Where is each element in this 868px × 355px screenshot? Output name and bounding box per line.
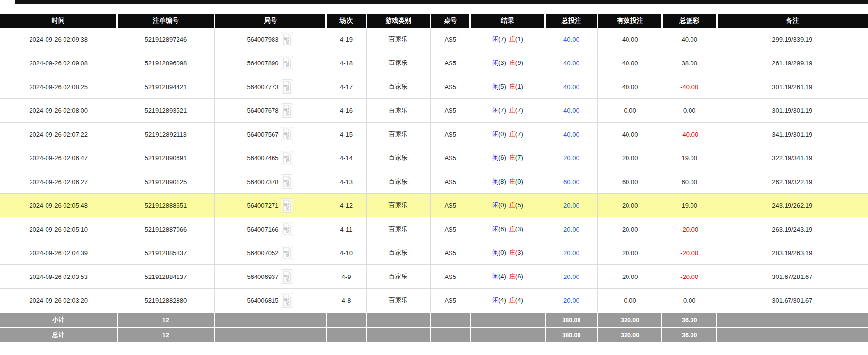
cell-remark: 299.19/339.19 — [717, 28, 868, 51]
table-row: 2024-09-26 02:04:39521912885837564007052… — [0, 241, 868, 265]
cell-time: 2024-09-26 02:06:47 — [0, 146, 117, 170]
cell-remark: 301.19/261.19 — [717, 75, 868, 99]
cell-game-type: 百家乐 — [366, 146, 430, 170]
cell-table-no: AS5 — [431, 194, 470, 217]
total-bet-link[interactable]: 20.00 — [563, 273, 579, 280]
cell-total-bet: 20.00 — [545, 289, 598, 313]
table-row: 2024-09-26 02:08:25521912894421564007773… — [0, 75, 868, 99]
player-result-label: 闲 — [492, 201, 498, 209]
table-row: 2024-09-26 02:03:53521912884137564006937… — [0, 265, 868, 289]
player-result-score: (6) — [498, 154, 506, 161]
cell-payout: -40.00 — [662, 123, 717, 146]
total-bet-link[interactable]: 60.00 — [563, 178, 579, 185]
column-header-game_type: 游戏类别 — [366, 14, 430, 28]
summary-count: 12 — [117, 327, 214, 342]
player-result-score: (0) — [498, 130, 506, 138]
cell-session: 4-11 — [326, 217, 366, 241]
cell-session: 4-16 — [326, 99, 366, 123]
video-replay-button[interactable] — [281, 103, 293, 118]
player-result-label: 闲 — [492, 107, 498, 114]
summary-empty-cell — [717, 312, 868, 327]
round-number: 564006815 — [247, 297, 278, 304]
cell-order-no: 521912893521 — [117, 99, 214, 123]
total-bet-link[interactable]: 40.00 — [563, 36, 579, 43]
cell-time: 2024-09-26 02:05:48 — [0, 194, 117, 217]
round-number: 564007567 — [247, 131, 278, 138]
total-bet-link[interactable]: 20.00 — [563, 297, 579, 304]
cell-table-no: AS5 — [431, 75, 470, 99]
cell-game-type: 百家乐 — [366, 123, 430, 146]
video-replay-button[interactable] — [281, 151, 293, 165]
cell-payout: -40.00 — [662, 75, 717, 99]
cell-order-no: 521912885837 — [117, 241, 214, 265]
cell-order-no: 521912887066 — [117, 217, 214, 241]
cell-payout: 19.00 — [662, 194, 717, 217]
video-replay-button[interactable] — [281, 293, 293, 308]
cell-order-no: 521912890691 — [117, 146, 214, 170]
video-replay-button[interactable] — [281, 56, 293, 70]
banker-result-label: 庄 — [509, 59, 515, 66]
total-bet-link[interactable]: 40.00 — [563, 107, 579, 114]
cell-session: 4-18 — [326, 51, 366, 75]
cell-round-no: 564007465 — [214, 146, 326, 170]
total-bet-link[interactable]: 20.00 — [563, 202, 579, 209]
cell-session: 4-13 — [326, 170, 366, 194]
video-replay-button[interactable] — [281, 222, 293, 236]
table-row: 2024-09-26 02:06:27521912890125564007378… — [0, 170, 868, 194]
total-bet-link[interactable]: 20.00 — [563, 226, 579, 233]
cell-remark: 322.19/341.19 — [717, 146, 868, 170]
total-bet-link[interactable]: 40.00 — [563, 131, 579, 138]
video-replay-button[interactable] — [281, 198, 293, 213]
video-replay-button[interactable] — [281, 246, 293, 260]
total-bet-link[interactable]: 40.00 — [563, 83, 579, 91]
cell-result: 闲(3)庄(9) — [470, 51, 545, 75]
summary-empty-cell — [470, 312, 545, 327]
cell-order-no: 521912896098 — [117, 51, 214, 75]
cell-session: 4-9 — [326, 265, 366, 289]
cell-order-no: 521912882880 — [117, 289, 214, 313]
round-number: 564007166 — [247, 226, 278, 233]
total-bet-link[interactable]: 20.00 — [563, 249, 579, 257]
player-result-label: 闲 — [492, 225, 498, 232]
video-replay-button[interactable] — [281, 32, 293, 46]
cell-payout: 40.00 — [662, 28, 717, 51]
banker-result-label: 庄 — [509, 178, 515, 185]
player-result-label: 闲 — [492, 35, 498, 43]
column-header-payout: 总派彩 — [662, 14, 717, 28]
table-row: 2024-09-26 02:09:08521912896098564007890… — [0, 51, 868, 75]
summary-empty-cell — [717, 327, 868, 342]
player-result-label: 闲 — [492, 130, 498, 138]
cell-session: 4-15 — [326, 123, 366, 146]
cell-valid-bet: 20.00 — [598, 241, 662, 265]
video-replay-button[interactable] — [281, 79, 293, 94]
video-replay-button[interactable] — [281, 127, 293, 141]
video-replay-icon — [282, 57, 292, 69]
summary-valid-bet: 320.00 — [598, 327, 662, 342]
cell-time: 2024-09-26 02:08:00 — [0, 99, 117, 123]
table-row: 2024-09-26 02:05:10521912887066564007166… — [0, 217, 868, 241]
cell-round-no: 564006815 — [214, 289, 326, 313]
cell-result: 闲(4)庄(4) — [470, 289, 545, 313]
table-row: 2024-09-26 02:07:22521912892113564007567… — [0, 123, 868, 146]
video-replay-icon — [282, 128, 292, 140]
cell-remark: 283.19/263.19 — [717, 241, 868, 265]
cell-valid-bet: 40.00 — [598, 75, 662, 99]
video-replay-button[interactable] — [281, 269, 293, 284]
cell-order-no: 521912884137 — [117, 265, 214, 289]
table-header: 时间注单编号局号场次游戏类别桌号结果总投注有效投注总派彩备注 — [0, 14, 868, 28]
summary-row-subtotal: 小计12380.00320.0036.00 — [0, 312, 868, 327]
cell-total-bet: 20.00 — [545, 217, 598, 241]
total-bet-link[interactable]: 20.00 — [563, 154, 579, 162]
cell-total-bet: 20.00 — [545, 194, 598, 217]
video-replay-button[interactable] — [281, 174, 293, 189]
video-replay-icon — [282, 247, 292, 259]
cell-result: 闲(0)庄(7) — [470, 123, 545, 146]
total-bet-link[interactable]: 40.00 — [563, 60, 579, 67]
cell-valid-bet: 20.00 — [598, 265, 662, 289]
cell-time: 2024-09-26 02:05:10 — [0, 217, 117, 241]
player-result-label: 闲 — [492, 249, 498, 256]
cell-payout: 19.00 — [662, 146, 717, 170]
table-row: 2024-09-26 02:08:00521912893521564007678… — [0, 99, 868, 123]
player-result-label: 闲 — [492, 296, 498, 304]
table-row: 2024-09-26 02:06:47521912890691564007465… — [0, 146, 868, 170]
